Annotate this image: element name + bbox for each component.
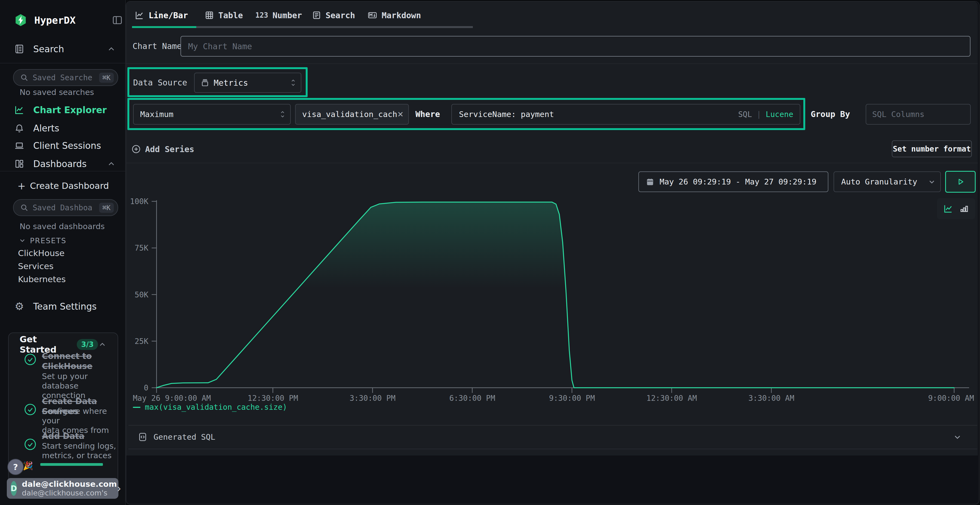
gear-icon: ⚙: [14, 301, 24, 311]
tab-search[interactable]: Search: [312, 7, 355, 24]
cmd-k-shortcut: ⌘K: [99, 203, 114, 213]
metrics-source-icon: [200, 78, 209, 87]
onboarding-step-title: Connect to ClickHouse: [42, 351, 121, 371]
sidebar-item-label: Search: [33, 44, 64, 54]
lucene-mode-toggle[interactable]: Lucene: [766, 110, 793, 119]
data-source-select[interactable]: Metrics: [194, 73, 301, 93]
sidebar-item-alerts[interactable]: Alerts: [0, 121, 125, 136]
generated-sql-label: Generated SQL: [154, 432, 215, 441]
sidebar-item-team-settings[interactable]: ⚙ Team Settings: [0, 299, 125, 314]
set-number-format-button[interactable]: Set number format: [892, 140, 972, 157]
collapse-sidebar-icon[interactable]: [111, 14, 123, 26]
tab-number[interactable]: 123 Number: [255, 7, 302, 24]
check-circle-icon: [24, 353, 37, 366]
date-range-value: May 26 09:29:19 - May 27 09:29:19: [660, 177, 816, 186]
tab-line-bar[interactable]: Line/Bar: [134, 7, 188, 24]
date-range-picker[interactable]: May 26 09:29:19 - May 27 09:29:19: [638, 172, 828, 192]
run-query-button[interactable]: [945, 171, 976, 193]
saved-dashboards-field[interactable]: [32, 203, 93, 213]
metric-tag[interactable]: visa_validation_cach ✕: [295, 104, 409, 125]
data-source-label: Data Source: [133, 78, 187, 87]
saved-searches-field[interactable]: [32, 73, 93, 83]
app-title: HyperDX: [34, 15, 76, 26]
presets-label: PRESETS: [30, 237, 67, 245]
no-saved-dashboards-text: No saved dashboards: [20, 222, 105, 231]
tab-table[interactable]: Table: [205, 7, 243, 24]
where-field[interactable]: [459, 110, 738, 119]
dashboard-grid-icon: [14, 159, 24, 169]
preset-kubernetes[interactable]: Kubernetes: [18, 274, 65, 284]
tab-label: Markdown: [382, 11, 421, 20]
add-series-label: Add Series: [145, 145, 194, 154]
presets-toggle[interactable]: PRESETS: [19, 235, 67, 246]
aggregation-select[interactable]: Maximum: [133, 104, 291, 125]
sidebar-item-label: Alerts: [33, 123, 59, 133]
metric-tag-label: visa_validation_cach: [302, 110, 397, 119]
user-menu[interactable]: D dale@clickhouse.com dale@clickhouse.co…: [7, 478, 118, 499]
data-source-value: Metrics: [214, 78, 248, 87]
sidebar-item-label: Team Settings: [33, 301, 97, 312]
granularity-value: Auto Granularity: [841, 177, 917, 186]
tab-label: Table: [218, 11, 243, 20]
avatar: D: [11, 481, 17, 496]
aggregation-value: Maximum: [140, 110, 173, 119]
tab-markdown[interactable]: Markdown: [368, 7, 421, 24]
chevron-down-icon: [928, 178, 936, 186]
get-started-header[interactable]: Get Started 3/3: [20, 338, 107, 351]
sidebar-section-search[interactable]: Search: [0, 41, 125, 57]
hidden-step-text-sliver: [40, 463, 103, 466]
chart-type-toggle: [937, 198, 975, 219]
chart-line-icon: [134, 10, 144, 20]
plus-icon: +: [18, 180, 25, 192]
chart-legend: max(visa_validation_cache.size): [133, 403, 287, 412]
chart-line-icon: [14, 105, 24, 115]
group-by-field[interactable]: [872, 110, 964, 119]
search-icon: [20, 73, 28, 82]
table-icon: [205, 11, 214, 20]
sidebar: HyperDX Search ⌘K No saved searches Char…: [0, 0, 126, 505]
granularity-select[interactable]: Auto Granularity: [834, 172, 941, 192]
where-input[interactable]: SQL | Lucene: [451, 104, 800, 125]
mode-separator: |: [757, 110, 761, 119]
user-team: dale@clickhouse.com's: [22, 489, 117, 497]
chart-name-label: Chart Name: [132, 41, 182, 51]
line-chart-toggle-icon[interactable]: [943, 203, 953, 214]
bar-chart-toggle-icon[interactable]: [959, 204, 969, 214]
play-icon: [956, 177, 965, 186]
add-series-button[interactable]: Add Series: [132, 141, 194, 157]
select-chevrons-icon: [290, 79, 296, 87]
help-button[interactable]: ?: [7, 459, 24, 475]
saved-dashboards-input[interactable]: ⌘K: [13, 199, 118, 216]
sidebar-item-label: Dashboards: [33, 159, 87, 169]
sidebar-item-chart-explorer[interactable]: Chart Explorer: [0, 102, 125, 118]
onboarding-step-desc: Start sending logs, metrics, or traces: [42, 441, 124, 461]
legend-series-label: max(visa_validation_cache.size): [145, 403, 287, 412]
list-search-icon: [312, 11, 321, 20]
logo-row: HyperDX: [14, 13, 123, 28]
divider: [126, 163, 978, 163]
confetti-icon: 🎉: [23, 461, 33, 470]
get-started-badge: 3/3: [77, 339, 98, 350]
generated-sql-toggle[interactable]: Generated SQL: [129, 426, 977, 448]
markdown-icon: [368, 10, 377, 20]
tab-underline-active: [132, 26, 196, 28]
divider: [0, 171, 125, 172]
divider: [129, 449, 977, 449]
group-by-input[interactable]: [865, 104, 971, 125]
chevron-down-icon: [953, 432, 962, 441]
select-chevrons-icon: [279, 110, 286, 118]
sidebar-item-dashboards[interactable]: Dashboards: [0, 156, 125, 172]
chevron-right-icon: ›: [117, 482, 121, 495]
sidebar-item-client-sessions[interactable]: Client Sessions: [0, 138, 125, 153]
remove-metric-icon[interactable]: ✕: [397, 110, 403, 119]
preset-clickhouse[interactable]: ClickHouse: [18, 248, 65, 258]
chart-name-field[interactable]: [188, 41, 963, 51]
preset-services[interactable]: Services: [18, 261, 54, 271]
chart-name-input[interactable]: [180, 36, 970, 57]
plus-circle-icon: [132, 145, 141, 154]
create-dashboard-button[interactable]: + Create Dashboard: [0, 178, 125, 194]
divider: [126, 64, 978, 64]
sql-mode-toggle[interactable]: SQL: [738, 110, 752, 119]
cmd-k-shortcut: ⌘K: [99, 73, 114, 83]
saved-searches-input[interactable]: ⌘K: [13, 69, 118, 86]
